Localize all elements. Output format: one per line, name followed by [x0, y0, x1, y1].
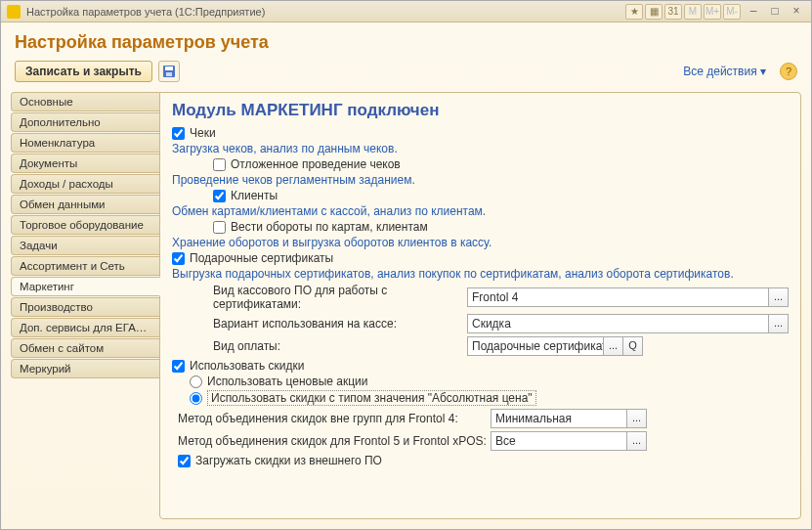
window: Настройка параметров учета (1С:Предприят… [0, 0, 812, 530]
tab-torgovoe[interactable]: Торговое оборудование [11, 215, 159, 235]
radio-abs-label: Использовать скидки с типом значения "Аб… [207, 390, 536, 406]
tb-calendar-icon[interactable]: 31 [664, 4, 682, 20]
klienty-label: Клиенты [231, 189, 278, 202]
use-discounts-row: Использовать скидки [172, 359, 789, 373]
cheki-desc-link[interactable]: Загрузка чеков, анализ по данным чеков. [172, 142, 789, 155]
cheki-label: Чеки [190, 126, 216, 140]
tab-assortiment[interactable]: Ассортимент и Сеть [11, 256, 159, 276]
cert-usage-select-button[interactable]: ... [769, 314, 789, 333]
tb-mplus-icon[interactable]: M+ [704, 4, 721, 20]
cert-sw-row: Вид кассового ПО для работы с сертификат… [213, 284, 789, 311]
pay-type-row: Вид оплаты: Подарочные сертификать ... Q [213, 336, 789, 356]
oboroty-checkbox[interactable] [213, 221, 226, 234]
tab-zadachi[interactable]: Задачи [11, 236, 159, 255]
svg-rect-1 [165, 66, 173, 70]
klienty-link[interactable]: Обмен картами/клиентами с кассой, анализ… [172, 204, 789, 218]
tb-mminus-icon[interactable]: M- [723, 4, 741, 20]
gift-row: Подарочные сертификаты [172, 251, 789, 265]
use-discounts-checkbox[interactable] [172, 360, 185, 373]
merge2-row: Метод объединения скидок для Frontol 5 и… [178, 431, 789, 451]
tabs: Основные Дополнительно Номенклатура Доку… [11, 92, 159, 519]
deferred-checkbox[interactable] [213, 158, 226, 171]
load-ext-checkbox[interactable] [178, 455, 191, 467]
gift-label: Подарочные сертификаты [190, 251, 333, 265]
oboroty-link[interactable]: Хранение оборотов и выгрузка оборотов кл… [172, 236, 789, 249]
merge2-label: Метод объединения скидок для Frontol 5 и… [178, 434, 491, 448]
cheki-checkbox[interactable] [172, 127, 185, 140]
merge2-input[interactable]: Все [491, 431, 627, 451]
body: Основные Дополнительно Номенклатура Доку… [1, 88, 811, 529]
pay-type-clear-button[interactable]: Q [623, 336, 643, 356]
save-icon[interactable] [158, 61, 180, 82]
maximize-button[interactable]: □ [766, 4, 784, 20]
oboroty-row: Вести обороты по картам, клиентам [213, 220, 789, 234]
merge2-select-button[interactable]: ... [627, 431, 647, 451]
save-and-close-button[interactable]: Записать и закрыть [15, 61, 152, 82]
window-title: Настройка параметров учета (1С:Предприят… [26, 6, 265, 18]
cert-sw-input[interactable]: Frontol 4 [467, 287, 769, 307]
tab-obmen-saytom[interactable]: Обмен с сайтом [11, 338, 159, 358]
tab-nomenklatura[interactable]: Номенклатура [11, 133, 159, 153]
radio-abs-row: Использовать скидки с типом значения "Аб… [190, 390, 789, 406]
tab-dopolnitelno[interactable]: Дополнительно [11, 112, 159, 132]
svg-rect-2 [166, 72, 172, 76]
minimize-button[interactable]: – [745, 4, 762, 20]
gift-desc-link[interactable]: Выгрузка подарочных сертификатов, анализ… [172, 267, 789, 281]
oboroty-label: Вести обороты по картам, клиентам [231, 220, 428, 234]
use-discounts-label: Использовать скидки [190, 359, 304, 373]
close-button[interactable]: × [788, 4, 805, 20]
header: Настройка параметров учета Записать и за… [1, 22, 811, 88]
tab-obmen-dannymi[interactable]: Обмен данными [11, 195, 159, 214]
gift-checkbox[interactable] [172, 252, 185, 265]
tab-marketing[interactable]: Маркетинг [11, 277, 160, 296]
tb-m-icon[interactable]: M [684, 4, 702, 20]
tab-merkuriy[interactable]: Меркурий [11, 359, 159, 378]
help-icon[interactable]: ? [780, 63, 797, 80]
pay-type-input[interactable]: Подарочные сертификать [467, 336, 604, 356]
page-title: Настройка параметров учета [15, 32, 797, 53]
radio-price[interactable] [190, 375, 202, 388]
klienty-row: Клиенты [213, 189, 789, 202]
cert-usage-label: Вариант использования на кассе: [213, 317, 467, 331]
cert-sw-label: Вид кассового ПО для работы с сертификат… [213, 284, 467, 311]
merge1-row: Метод объединения скидок вне групп для F… [178, 409, 789, 428]
deferred-link[interactable]: Проведение чеков регламентным заданием. [172, 173, 789, 187]
radio-price-row: Использовать ценовые акции [190, 375, 789, 388]
merge1-select-button[interactable]: ... [627, 409, 647, 428]
tab-egais[interactable]: Доп. сервисы для ЕГАИС [11, 318, 159, 337]
load-ext-label: Загружать скидки из внешнего ПО [195, 454, 382, 467]
radio-group: Использовать ценовые акции Использовать … [190, 375, 789, 406]
titlebar: Настройка параметров учета (1С:Предприят… [1, 1, 811, 22]
cheki-row: Чеки [172, 126, 789, 140]
cert-usage-row: Вариант использования на кассе: Скидка .… [213, 314, 789, 333]
tab-dohody[interactable]: Доходы / расходы [11, 174, 159, 194]
cert-usage-input[interactable]: Скидка [467, 314, 769, 333]
merge1-input[interactable]: Минимальная [491, 409, 627, 428]
app-icon [7, 5, 21, 19]
tb-calc-icon[interactable]: ▦ [645, 4, 662, 20]
tab-osnovnye[interactable]: Основные [11, 92, 159, 111]
pay-type-label: Вид оплаты: [213, 339, 467, 353]
cert-sw-select-button[interactable]: ... [769, 287, 789, 307]
tb-star-icon[interactable]: ★ [625, 4, 643, 20]
tab-dokumenty[interactable]: Документы [11, 154, 159, 173]
toolbar: Записать и закрыть Все действия ▾ ? [15, 61, 797, 82]
merge1-label: Метод объединения скидок вне групп для F… [178, 412, 491, 425]
radio-abs[interactable] [190, 392, 202, 405]
deferred-label: Отложенное проведение чеков [231, 157, 401, 171]
deferred-row: Отложенное проведение чеков [213, 157, 789, 171]
radio-price-label: Использовать ценовые акции [207, 375, 367, 388]
pay-type-select-button[interactable]: ... [604, 336, 623, 356]
content-panel: Модуль МАРКЕТИНГ подключен Чеки Загрузка… [159, 92, 801, 519]
klienty-checkbox[interactable] [213, 190, 226, 202]
load-ext-row: Загружать скидки из внешнего ПО [178, 454, 789, 467]
tab-proizvodstvo[interactable]: Производство [11, 297, 159, 317]
module-heading: Модуль МАРКЕТИНГ подключен [172, 101, 789, 120]
all-actions-dropdown[interactable]: Все действия ▾ [683, 65, 766, 78]
